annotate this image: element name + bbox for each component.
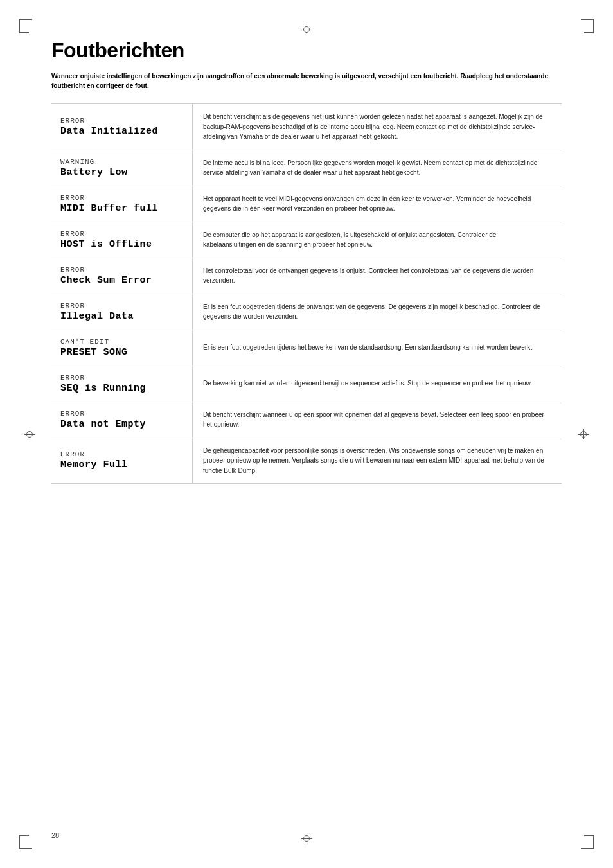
error-code-cell: ERRORHOST is OffLine <box>51 222 193 258</box>
error-code-cell: WARNINGBattery Low <box>51 150 193 186</box>
error-name-label: SEQ is Running <box>60 383 183 394</box>
error-row: ERRORData InitializedDit bericht verschi… <box>51 103 562 150</box>
error-row: ERRORIllegal DataEr is een fout opgetred… <box>51 294 562 330</box>
error-name-label: HOST is OffLine <box>60 239 183 250</box>
error-description: Het controletotaal voor de ontvangen geg… <box>193 258 562 294</box>
error-description: De bewerking kan niet worden uitgevoerd … <box>193 366 562 402</box>
crosshair-top <box>301 24 312 35</box>
side-mark-bl <box>19 835 29 837</box>
error-type-label: ERROR <box>60 117 183 125</box>
error-code-cell: CAN'T EDITPRESET SONG <box>51 330 193 366</box>
error-type-label: ERROR <box>60 194 183 202</box>
error-name-label: Data not Empty <box>60 419 183 430</box>
error-name-label: Check Sum Error <box>60 275 183 286</box>
crosshair-left <box>24 429 35 439</box>
error-row: ERRORHOST is OffLineDe computer die op h… <box>51 222 562 258</box>
error-row: WARNINGBattery LowDe interne accu is bij… <box>51 150 562 186</box>
error-description: Het apparaat heeft te veel MIDI-gegevens… <box>193 186 562 222</box>
error-name-label: Memory Full <box>60 459 183 470</box>
corner-mark-bottom-left <box>19 836 32 849</box>
error-code-cell: ERRORIllegal Data <box>51 294 193 330</box>
error-description: De computer die op het apparaat is aange… <box>193 222 562 258</box>
error-name-label: PRESET SONG <box>60 347 183 358</box>
corner-mark-top-left <box>19 19 32 32</box>
page-container: Foutberichten Wanneer onjuiste instellin… <box>0 0 613 868</box>
error-type-label: ERROR <box>60 230 183 238</box>
error-name-label: Data Initialized <box>60 126 183 137</box>
error-name-label: Battery Low <box>60 167 183 178</box>
error-type-label: ERROR <box>60 450 183 458</box>
error-row: ERRORMIDI Buffer fullHet apparaat heeft … <box>51 186 562 222</box>
error-row: CAN'T EDITPRESET SONGEr is een fout opge… <box>51 330 562 366</box>
error-row: ERRORCheck Sum ErrorHet controletotaal v… <box>51 258 562 294</box>
error-description: Dit bericht verschijnt als de gegevens n… <box>193 104 562 150</box>
error-row: ERRORMemory FullDe geheugencapaciteit vo… <box>51 438 562 484</box>
error-description: De interne accu is bijna leeg. Persoonli… <box>193 150 562 186</box>
error-type-label: CAN'T EDIT <box>60 338 183 346</box>
error-code-cell: ERRORData Initialized <box>51 104 193 150</box>
error-description: De geheugencapaciteit voor persoonlijke … <box>193 438 562 484</box>
error-code-cell: ERRORData not Empty <box>51 402 193 438</box>
error-description: Er is een fout opgetreden tijdens de ont… <box>193 294 562 330</box>
crosshair-bottom <box>301 833 312 844</box>
page-number: 28 <box>51 831 59 839</box>
side-mark-br <box>584 835 594 837</box>
error-row: ERRORData not EmptyDit bericht verschijn… <box>51 402 562 438</box>
error-code-cell: ERRORMIDI Buffer full <box>51 186 193 222</box>
error-name-label: Illegal Data <box>60 311 183 322</box>
side-mark-tr <box>584 32 594 33</box>
error-description: Dit bericht verschijnt wanneer u op een … <box>193 402 562 438</box>
error-type-label: WARNING <box>60 158 183 166</box>
crosshair-right <box>578 429 589 439</box>
error-row: ERRORSEQ is RunningDe bewerking kan niet… <box>51 366 562 402</box>
error-code-cell: ERRORMemory Full <box>51 438 193 484</box>
error-description: Er is een fout opgetreden tijdens het be… <box>193 330 562 366</box>
corner-mark-bottom-right <box>581 836 594 849</box>
page-title: Foutberichten <box>51 39 562 62</box>
error-type-label: ERROR <box>60 410 183 418</box>
corner-mark-top-right <box>581 19 594 32</box>
error-code-cell: ERRORSEQ is Running <box>51 366 193 402</box>
side-mark-tl <box>19 32 29 33</box>
error-type-label: ERROR <box>60 266 183 274</box>
error-type-label: ERROR <box>60 302 183 310</box>
error-table: ERRORData InitializedDit bericht verschi… <box>51 103 562 484</box>
error-code-cell: ERRORCheck Sum Error <box>51 258 193 294</box>
error-type-label: ERROR <box>60 374 183 382</box>
error-name-label: MIDI Buffer full <box>60 203 183 214</box>
intro-text: Wanneer onjuiste instellingen of bewerki… <box>51 71 562 91</box>
